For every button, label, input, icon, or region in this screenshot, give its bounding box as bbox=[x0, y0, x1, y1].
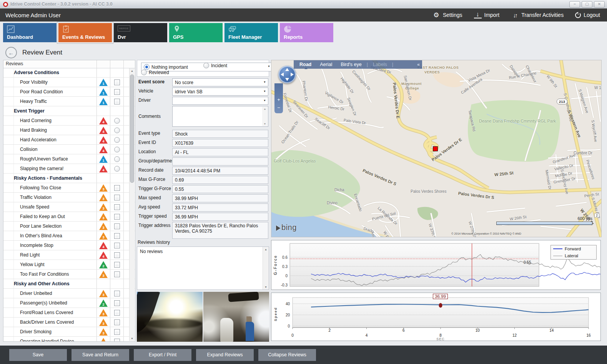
checkbox-icon[interactable] bbox=[114, 262, 120, 268]
logout-button[interactable]: Logout bbox=[575, 12, 600, 18]
radio-icon[interactable] bbox=[114, 137, 120, 143]
review-category-row[interactable]: Adverse Conditions bbox=[3, 68, 135, 78]
transfer-activities-button[interactable]: ↓↑ Transfer Activities bbox=[511, 11, 564, 19]
export-print-button[interactable]: Export / Print bbox=[134, 349, 191, 361]
field-select[interactable] bbox=[172, 97, 268, 105]
pan-right-icon[interactable] bbox=[291, 73, 294, 76]
review-category-row[interactable]: Risky and Other Actions bbox=[3, 279, 135, 289]
review-item-row[interactable]: Driver Smoking3 bbox=[3, 327, 135, 337]
review-item-row[interactable]: Failed to Keep an Out3 bbox=[3, 212, 135, 222]
review-item-row[interactable]: Front/Road Lens Covered3 bbox=[3, 308, 135, 318]
scroll-up-icon[interactable]: ▲ bbox=[130, 68, 135, 73]
review-item-row[interactable]: Slapping the camera!4 bbox=[3, 164, 135, 174]
map-pan-control[interactable] bbox=[278, 66, 296, 83]
comments-textarea[interactable]: ▲▼ bbox=[172, 106, 268, 127]
map-labels-button[interactable]: Labels bbox=[369, 62, 391, 67]
review-item-row[interactable]: Traffic Violation3 bbox=[3, 193, 135, 202]
checkbox-icon[interactable] bbox=[114, 243, 120, 248]
checkbox-icon[interactable] bbox=[114, 204, 120, 210]
save-and-return-button[interactable]: Save and Return bbox=[72, 349, 129, 361]
review-item-row[interactable]: Operating Handled Device3 bbox=[3, 337, 135, 341]
checkbox-icon[interactable] bbox=[114, 329, 120, 335]
checkbox-icon[interactable] bbox=[114, 195, 120, 200]
bing-map[interactable]: Road Aerial Bird's eye | Labels | « + − … bbox=[271, 60, 602, 237]
zoom-out-button[interactable]: − bbox=[277, 105, 280, 110]
pan-down-icon[interactable] bbox=[285, 78, 289, 81]
tree-collapse-icon[interactable] bbox=[3, 106, 14, 116]
expand-reviews-button[interactable]: Expand Reviews bbox=[196, 349, 254, 361]
event-location-marker[interactable] bbox=[433, 146, 438, 151]
review-item-row[interactable]: Rough/Uneven Surface1 bbox=[3, 154, 135, 164]
tab-dashboard[interactable]: Dashboard bbox=[3, 23, 57, 42]
cabin-camera-video[interactable] bbox=[203, 292, 269, 342]
map-road-button[interactable]: Road bbox=[296, 62, 315, 67]
scroll-down-icon[interactable]: ▼ bbox=[130, 336, 135, 341]
review-item-row[interactable]: Poor Visibility1 bbox=[3, 78, 135, 87]
review-item-row[interactable]: Following Too Close3 bbox=[3, 183, 135, 193]
tree-collapse-icon[interactable] bbox=[3, 279, 14, 288]
tab-gps[interactable]: GPS bbox=[169, 23, 223, 42]
tab-events-reviews[interactable]: Events & Reviews bbox=[58, 23, 112, 42]
maximize-button[interactable]: ▢ bbox=[582, 1, 592, 8]
review-item-row[interactable]: Passenger(s) Unbelted2 bbox=[3, 298, 135, 308]
import-button[interactable]: ↓ Import bbox=[474, 12, 500, 18]
tab-dvr[interactable]: MERGE Dvr bbox=[114, 23, 167, 42]
radio-reviewed[interactable]: Reviewed bbox=[141, 69, 169, 75]
review-item-row[interactable]: Heavy Traffic1 bbox=[3, 97, 135, 106]
tree-collapse-icon[interactable] bbox=[3, 68, 14, 77]
review-item-row[interactable]: In Other's Blind Area3 bbox=[3, 231, 135, 241]
save-button[interactable]: Save bbox=[9, 349, 67, 361]
back-button[interactable]: ← bbox=[5, 47, 17, 58]
review-item-row[interactable]: Hard Cornering4 bbox=[3, 116, 135, 126]
checkbox-icon[interactable] bbox=[114, 319, 120, 325]
checkbox-icon[interactable] bbox=[114, 300, 120, 306]
checkbox-icon[interactable] bbox=[114, 223, 120, 229]
radio-icon[interactable] bbox=[114, 166, 120, 172]
radio-icon[interactable] bbox=[114, 118, 120, 124]
scroll-down-icon[interactable]: ▼ bbox=[263, 285, 269, 290]
checkbox-icon[interactable] bbox=[114, 310, 120, 316]
checkbox-icon[interactable] bbox=[114, 214, 120, 220]
review-item-row[interactable]: Yellow Light2 bbox=[3, 260, 135, 270]
checkbox-icon[interactable] bbox=[114, 252, 120, 258]
scrollbar-thumb[interactable] bbox=[130, 74, 134, 183]
checkbox-icon[interactable] bbox=[114, 339, 120, 342]
field-select[interactable]: idrive Van SB bbox=[172, 88, 268, 96]
scroll-up-icon[interactable]: ▲ bbox=[263, 247, 269, 252]
review-item-row[interactable]: Hard Acceleration4 bbox=[3, 135, 135, 145]
review-item-row[interactable]: Red Light4 bbox=[3, 250, 135, 260]
front-camera-video[interactable] bbox=[137, 292, 203, 342]
pan-up-icon[interactable] bbox=[285, 68, 289, 71]
zoom-in-button[interactable]: + bbox=[277, 97, 280, 102]
radio-icon[interactable] bbox=[114, 156, 120, 162]
textarea-scrollbar[interactable]: ▲▼ bbox=[262, 107, 268, 126]
reviews-scrollbar[interactable]: ▲ ▼ bbox=[129, 68, 135, 341]
radio-incident[interactable]: Incident bbox=[203, 63, 227, 68]
map-collapse-button[interactable]: « bbox=[417, 62, 420, 67]
review-item-row[interactable]: Driver Unbelted3 bbox=[3, 289, 135, 298]
checkbox-icon[interactable] bbox=[114, 271, 120, 277]
review-item-row[interactable]: Poor Road Condition1 bbox=[3, 87, 135, 97]
tab-reports[interactable]: Reports bbox=[280, 23, 333, 42]
review-category-row[interactable]: Risky Actions - Fundamentals bbox=[3, 174, 135, 183]
checkbox-icon[interactable] bbox=[114, 233, 120, 239]
checkbox-icon[interactable] bbox=[114, 89, 120, 95]
tab-fleet-manager[interactable]: Fleet Manager bbox=[225, 23, 278, 42]
pan-left-icon[interactable] bbox=[281, 73, 284, 76]
close-button[interactable]: ✕ bbox=[594, 1, 605, 8]
checkbox-icon[interactable] bbox=[114, 99, 120, 104]
map-birdseye-button[interactable]: Bird's eye bbox=[337, 62, 365, 67]
review-item-row[interactable]: Collision4 bbox=[3, 145, 135, 154]
checkbox-icon[interactable] bbox=[114, 291, 120, 296]
map-aerial-button[interactable]: Aerial bbox=[316, 62, 336, 67]
review-category-row[interactable]: Event Trigger bbox=[3, 106, 135, 116]
settings-button[interactable]: ⚙ Settings bbox=[432, 11, 462, 19]
checkbox-icon[interactable] bbox=[114, 79, 120, 85]
radio-icon[interactable] bbox=[114, 147, 120, 152]
review-item-row[interactable]: Too Fast For Conditions3 bbox=[3, 270, 135, 279]
field-select[interactable]: No score bbox=[172, 78, 268, 86]
collapse-reviews-button[interactable]: Collapse Reviews bbox=[258, 349, 316, 361]
review-item-row[interactable]: Incomplete Stop4 bbox=[3, 241, 135, 250]
reviews-history-scrollbar[interactable]: ▲ ▼ bbox=[263, 247, 269, 290]
review-item-row[interactable]: Unsafe Speed3 bbox=[3, 202, 135, 212]
